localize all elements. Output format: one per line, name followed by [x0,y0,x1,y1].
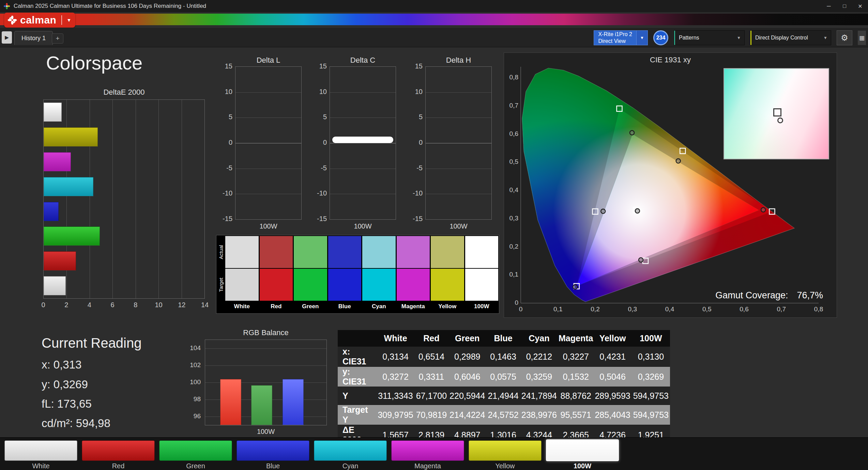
tab-history-1[interactable]: History 1 [14,31,53,45]
pattern-button-label: Green [159,462,232,470]
axis-tick-label: 0 [41,301,45,309]
patterns-accent [674,31,675,45]
gridline [136,100,136,298]
table-row: Y311,334367,1700220,594421,4944241,78948… [338,387,670,405]
patch-target-swatch [294,269,327,301]
color-patches-panel: Actual Target WhiteRedGreenBlueCyanMagen… [216,235,499,314]
calman-app: Calman 2025 Calman Ultimate for Business… [0,0,868,470]
axis-tick-label: 10 [217,88,232,96]
pattern-button-label: Cyan [314,462,387,470]
patch-label: 100W [465,301,499,312]
axis-tick-label: 0,7 [774,306,789,313]
rainbow-accent-bar [0,14,868,25]
axis-tick-label: -15 [217,215,232,223]
chevron-down-icon: ▼ [65,17,71,23]
pattern-button-white[interactable] [4,440,77,461]
axis-tick-label: 0,5 [507,158,518,166]
axis-tick-label: 0,4 [507,186,518,194]
delta-h-plot [425,66,492,220]
reading-y: y: 0,3269 [42,378,88,391]
rgb-balance-plot [205,340,327,425]
meter-name: X-Rite i1Pro 2 [598,31,632,38]
pattern-button-label: Red [82,462,155,470]
current-reading-title: Current Reading [42,335,142,351]
patch-magenta: Magenta [397,236,430,313]
calman-wordmark: calman [20,14,56,26]
patch-label: Blue [328,301,362,312]
patch-actual-swatch [260,236,293,268]
gridline [205,348,326,349]
table-row: y: CIE310,32720,33110,60460,05750,32590,… [338,367,670,387]
patterns-dropdown[interactable]: Patterns ▼ [674,30,745,45]
maximize-button[interactable]: □ [837,0,852,12]
axis-tick-label: 14 [201,301,209,309]
patch-actual-swatch [431,236,464,268]
delta-l-xlabel: 100W [235,222,302,230]
pattern-button-blue[interactable] [237,440,309,461]
axis-tick-label: 0 [408,139,423,146]
pattern-button-100w[interactable] [546,439,619,461]
display-control-dropdown[interactable]: Direct Display Control ▼ [750,30,831,45]
axis-tick-label: 0,5 [699,306,714,313]
meter-dropdown-chevron-icon[interactable]: ▼ [637,30,648,45]
patch-actual-swatch [465,236,499,268]
gridline [426,169,491,169]
axis-tick-label: 10 [312,88,327,96]
patch-red: Red [260,236,293,313]
axis-tick-label: 0,4 [662,306,677,313]
pattern-button-label: 100W [546,462,619,470]
pattern-button-yellow[interactable] [469,440,542,461]
patch-target-swatch [397,269,430,301]
sidebar-expander-button[interactable]: ▶ [2,31,12,44]
deltae-chart-title: DeltaE 2000 [43,88,205,97]
delta-h-title: Delta H [425,56,492,65]
pattern-button-red[interactable] [82,440,155,461]
gridline [205,365,326,366]
deltae-bar-100w [44,276,66,295]
minimize-button[interactable]: ─ [821,0,837,12]
patch-actual-swatch [328,236,362,268]
deltae-chart-xaxis: 02468101214 [43,301,205,310]
rgb-bar-red [220,379,241,425]
axis-tick-label: -15 [408,215,423,223]
pattern-button-cyan[interactable] [314,440,387,461]
apps-grid-button[interactable]: ▦ [858,31,866,45]
axis-tick-label: 102 [186,361,201,369]
meter-count-badge: 234 [653,30,668,45]
axis-tick-label: 15 [217,62,232,70]
patch-100w: 100W [465,236,499,313]
calman-logo-button[interactable]: calman ▼ [4,13,75,28]
rgb-balance-xlabel: 100W [205,428,327,436]
pattern-button-green[interactable] [159,440,232,461]
axis-tick-label: -5 [408,164,423,172]
axis-tick-label: 5 [312,113,327,121]
meter-selector[interactable]: X-Rite i1Pro 2 Direct View ▼ [594,30,648,45]
close-button[interactable]: ✕ [852,0,868,12]
settings-button[interactable]: ⚙ [837,30,852,45]
measured-marker [601,209,605,214]
meter-mode: Direct View [598,38,632,45]
delta-c-plot [330,66,396,220]
patch-target-swatch [431,269,464,301]
gridline [426,92,491,93]
deltae-chart-plot [43,99,205,299]
patch-label: Magenta [397,301,430,312]
axis-tick-label: 0,8 [507,74,518,81]
meter-selector-text: X-Rite i1Pro 2 Direct View [594,30,637,45]
gridline [235,143,301,143]
axis-tick-label: -15 [312,215,327,223]
gamut-coverage-value: 76,7% [797,290,823,301]
delta-h-xlabel: 100W [425,222,492,230]
axis-tick-label: 0,7 [507,102,518,109]
axis-tick-label: 0 [513,306,528,313]
inset-measured-marker [777,118,783,123]
axis-tick-label: 0,8 [811,306,826,313]
apps-grid-icon: ▦ [859,34,865,42]
pattern-button-magenta[interactable] [391,440,464,461]
axis-tick-label: 12 [178,301,185,309]
gridline [426,118,491,118]
add-tab-button[interactable]: + [52,33,63,44]
patch-label: Cyan [362,301,396,312]
axis-tick-label: 15 [312,62,327,70]
delta-bar [332,137,393,143]
